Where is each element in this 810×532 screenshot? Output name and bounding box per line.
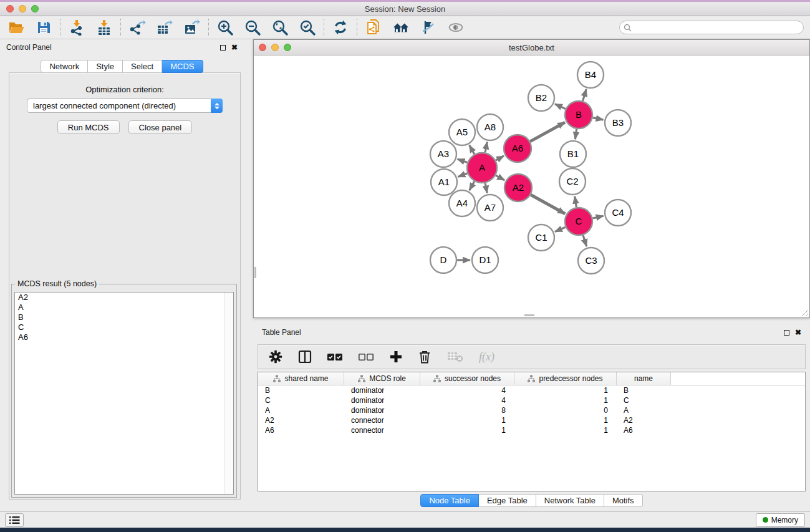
flag-icon[interactable] [420,19,437,36]
tab-select[interactable]: Select [123,60,162,73]
select-stepper-icon [211,99,223,113]
mcds-tab-content: Optimization criterion: largest connecte… [9,72,241,500]
mcds-result-list: A2ABCA6 [14,292,234,495]
import-table-icon[interactable] [95,19,113,36]
close-panel-button[interactable]: Close panel [128,120,193,134]
table-row[interactable]: Adominator80A [258,405,805,415]
column-header-mcds-role[interactable]: MCDS role [344,372,420,385]
graph-edge-B-B2[interactable] [555,104,566,109]
tab-node-table[interactable]: Node Table [420,494,479,507]
function-builder-icon[interactable]: f(x) [479,351,494,364]
close-table-panel-icon[interactable]: ✖ [795,329,801,336]
table-row[interactable]: A6connector11A6 [258,425,805,435]
control-panel-title: Control Panel [6,43,52,52]
open-folder-icon[interactable] [7,19,25,36]
delete-table-icon[interactable] [446,350,464,364]
table-cell: 8 [420,406,514,415]
column-header-successor-nodes[interactable]: successor nodes [420,372,514,385]
column-header-shared-name[interactable]: shared name [258,372,344,385]
tab-mcds[interactable]: MCDS [162,60,203,73]
mcds-result-item[interactable]: B [15,312,233,322]
zoom-in-icon[interactable] [216,19,234,36]
graph-edge-A-A4[interactable] [470,181,475,190]
home-icon[interactable] [392,19,410,36]
scrollbar-track[interactable] [224,293,233,494]
graph-edge-A-A3[interactable] [458,159,468,163]
table-body: Bdominator41BCdominator41CAdominator80AA… [258,385,805,435]
table-cell: A6 [617,426,671,435]
refresh-icon[interactable] [332,19,349,36]
zoom-out-icon[interactable] [244,19,261,36]
mcds-result-group: MCDS result (5 nodes) A2ABCA6 [11,284,237,498]
tab-network[interactable]: Network [41,60,88,73]
column-header-name[interactable]: name [617,372,671,385]
canvas-horizontal-scroll-mark[interactable] [524,314,534,316]
graph-edge-B-B1[interactable] [575,129,576,139]
mcds-result-item[interactable]: A6 [15,332,233,342]
graph-edge-B-B4[interactable] [583,89,587,101]
graph-node-label: B [576,109,582,120]
float-panel-icon[interactable] [220,45,226,51]
table-row[interactable]: Cdominator41C [258,395,805,405]
save-icon[interactable] [35,19,52,36]
graph-edge-B-B3[interactable] [593,118,604,120]
delete-icon[interactable] [418,349,432,364]
add-column-icon[interactable] [389,350,403,364]
graph-node-label: C4 [612,207,624,218]
status-bar: Memory [0,511,810,528]
graph-edge-C-C1[interactable] [555,227,566,231]
search-container [619,21,804,34]
select-all-icon[interactable] [327,352,343,361]
zoom-fit-icon[interactable] [271,19,289,36]
close-panel-icon[interactable]: ✖ [231,44,238,51]
table-row[interactable]: Bdominator41B [258,385,805,395]
tab-style[interactable]: Style [88,60,123,73]
tab-motifs[interactable]: Motifs [604,494,643,507]
graph-edge-A2-C[interactable] [531,195,565,214]
graph-edge-A-A7[interactable] [485,183,487,193]
mcds-result-item[interactable]: C [15,322,233,332]
graph-edge-A-A6[interactable] [496,156,504,160]
mcds-result-item[interactable]: A [15,302,233,312]
float-table-panel-icon[interactable] [784,330,789,336]
graph-edge-C-C2[interactable] [575,196,577,208]
tab-network-table[interactable]: Network Table [536,494,604,507]
zoom-selected-icon[interactable] [299,19,316,36]
memory-button[interactable]: Memory [756,513,805,527]
export-image-icon[interactable] [183,19,201,36]
node-table: shared nameMCDS rolesuccessor nodesprede… [258,372,806,491]
graph-edge-C-C3[interactable] [583,235,587,246]
deselect-all-icon[interactable] [358,352,374,361]
eye-icon[interactable] [447,19,465,36]
graph-edge-A6-B[interactable] [530,122,565,142]
network-canvas[interactable]: B4B2BB3A8A5A6A3B1AA1C2A2A4A7C4CC1C3DD1 [254,56,809,317]
copy-network-icon[interactable] [365,19,382,36]
import-network-icon[interactable] [68,19,85,36]
export-table-icon[interactable] [156,19,173,36]
task-history-icon[interactable] [5,513,24,527]
criterion-select[interactable]: largest connected component (directed) [27,99,223,113]
session-title: Session: New Session [0,4,810,14]
hierarchy-icon [433,375,441,382]
search-input[interactable] [619,21,804,34]
mcds-result-item[interactable]: A2 [15,293,233,302]
gear-icon[interactable] [268,349,283,364]
graph-edge-C-C4[interactable] [593,216,604,218]
graph-node-label: B3 [612,117,624,128]
graph-edge-A-A2[interactable] [496,175,504,180]
graph-node-label: B2 [536,92,547,103]
tab-edge-table[interactable]: Edge Table [479,494,536,507]
table-panel: Table Panel ✖ [253,324,810,509]
graph-edge-A-A8[interactable] [485,142,487,153]
table-cell: A [258,406,344,415]
split-columns-icon[interactable] [298,350,312,364]
table-row[interactable]: A2connector11A2 [258,415,805,425]
search-icon [624,23,632,34]
canvas-vertical-scroll-mark[interactable] [254,267,256,278]
run-mcds-button[interactable]: Run MCDS [57,120,120,134]
graph-edge-A-A5[interactable] [470,145,475,154]
column-header-predecessor-nodes[interactable]: predecessor nodes [514,372,617,385]
graph-node-label: A3 [438,148,449,159]
export-network-icon[interactable] [128,19,146,36]
graph-edge-A-A1[interactable] [458,173,468,177]
